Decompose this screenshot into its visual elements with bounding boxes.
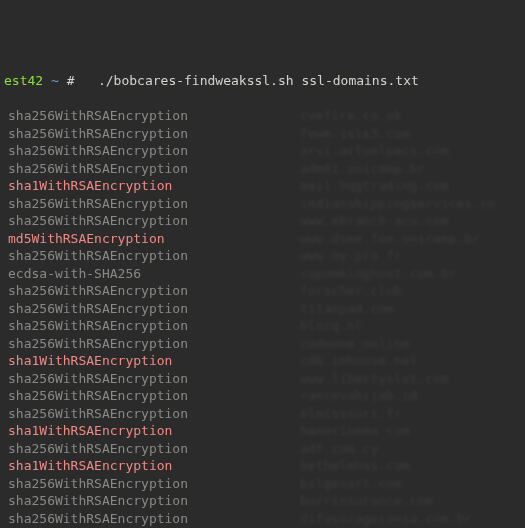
output-row: sha256WithRSAEncryptionwww.libertyslot.c… [0,370,525,388]
output-row: sha256WithRSAEncryptionfewm.isis3.com [0,125,525,143]
signature-algorithm: sha256WithRSAEncryption [0,125,300,143]
signature-algorithm: ecdsa-with-SHA256 [0,265,300,283]
domain-name: www.libertyslot.com [300,370,449,388]
signature-algorithm: sha256WithRSAEncryption [0,282,300,300]
signature-algorithm: sha256WithRSAEncryption [0,247,300,265]
output-row: sha256WithRSAEncryptionburrinsurance.com [0,492,525,510]
signature-algorithm: sha1WithRSAEncryption [0,457,300,475]
domain-name: rancevahijab.id [300,387,417,405]
output-row: sha1WithRSAEncryptionhanecinema.com [0,422,525,440]
domain-name: hanecinema.com [300,422,410,440]
signature-algorithm: sha1WithRSAEncryption [0,422,300,440]
signature-algorithm: sha256WithRSAEncryption [0,335,300,353]
signature-algorithm: sha256WithRSAEncryption [0,492,300,510]
domain-name: www.dsee.fee.unicamp.br [300,230,480,248]
domain-name: fewm.isis3.com [300,125,410,143]
signature-algorithm: sha256WithRSAEncryption [0,300,300,318]
signature-algorithm: sha1WithRSAEncryption [0,177,300,195]
signature-algorithm: sha256WithRSAEncryption [0,510,300,528]
output-row: sha256WithRSAEncryptionarvi.actuelpacs.c… [0,142,525,160]
output-row: sha256WithRSAEncryptionforscher.club [0,282,525,300]
output-row: sha256WithRSAEncryptiontitanpad.com [0,300,525,318]
signature-algorithm: sha256WithRSAEncryption [0,142,300,160]
domain-name: www.ebranch-acu.com [300,212,449,230]
signature-algorithm: sha256WithRSAEncryption [0,370,300,388]
domain-name: codeone.online [300,335,410,353]
signature-algorithm: sha256WithRSAEncryption [0,212,300,230]
domain-name: cdb.inhouse.net [300,352,417,370]
signature-algorithm: sha256WithRSAEncryption [0,195,300,213]
output-row: sha256WithRSAEncryptioncvefire.co.uk [0,107,525,125]
domain-name: elmissouri.fr [300,405,402,423]
output-row: ecdsa-with-SHA256cupomkinghost.com.br [0,265,525,283]
domain-name: blocq.nl [300,317,363,335]
domain-name: www.my-pro.fr [300,247,402,265]
domain-name: indianshippingservices.co [300,195,496,213]
domain-name: adm01.unicamp.br [300,160,425,178]
output-row: sha256WithRSAEncryptiondifusoragoiania.c… [0,510,525,528]
output-row: sha256WithRSAEncryptionindianshippingser… [0,195,525,213]
output-row: sha256WithRSAEncryptionbilgenart.com [0,475,525,493]
signature-algorithm: sha256WithRSAEncryption [0,387,300,405]
domain-name: difusoragoiania.com.br [300,510,472,528]
domain-name: cupomkinghost.com.br [300,265,457,283]
signature-algorithm: sha256WithRSAEncryption [0,440,300,458]
output-row: sha256WithRSAEncryptionadm01.unicamp.br [0,160,525,178]
prompt-path: ~ [51,73,59,88]
domain-name: cvefire.co.uk [300,107,402,125]
output-row: sha256WithRSAEncryptionwww.ebranch-acu.c… [0,212,525,230]
domain-name: adf.com.cy [300,440,378,458]
domain-name: bilgenart.com [300,475,402,493]
terminal-output: sha256WithRSAEncryptioncvefire.co.uksha2… [0,107,525,528]
domain-name: mail.hqgtrading.com [300,177,449,195]
domain-name: burrinsurance.com [300,492,433,510]
output-row: md5WithRSAEncryptionwww.dsee.fee.unicamp… [0,230,525,248]
signature-algorithm: sha256WithRSAEncryption [0,405,300,423]
signature-algorithm: sha256WithRSAEncryption [0,107,300,125]
output-row: sha256WithRSAEncryptioncodeone.online [0,335,525,353]
output-row: sha1WithRSAEncryptionbethelmhss.com [0,457,525,475]
output-row: sha256WithRSAEncryptionadf.com.cy [0,440,525,458]
domain-name: arvi.actuelpacs.com [300,142,449,160]
signature-algorithm: sha256WithRSAEncryption [0,160,300,178]
signature-algorithm: sha256WithRSAEncryption [0,475,300,493]
output-row: sha1WithRSAEncryptioncdb.inhouse.net [0,352,525,370]
output-row: sha256WithRSAEncryptionrancevahijab.id [0,387,525,405]
domain-name: titanpad.com [300,300,394,318]
signature-algorithm: md5WithRSAEncryption [0,230,300,248]
output-row: sha256WithRSAEncryptionblocq.nl [0,317,525,335]
prompt-hash: # [67,73,75,88]
output-row: sha256WithRSAEncryptionwww.my-pro.fr [0,247,525,265]
domain-name: bethelmhss.com [300,457,410,475]
signature-algorithm: sha1WithRSAEncryption [0,352,300,370]
command-line: est42 ~ # ./bobcares-findweakssl.sh ssl-… [0,72,525,90]
prompt-host: est42 [4,73,43,88]
output-row: sha256WithRSAEncryptionelmissouri.fr [0,405,525,423]
domain-name: forscher.club [300,282,402,300]
output-row: sha1WithRSAEncryptionmail.hqgtrading.com [0,177,525,195]
command-text: ./bobcares-findweakssl.sh ssl-domains.tx… [98,73,419,88]
signature-algorithm: sha256WithRSAEncryption [0,317,300,335]
